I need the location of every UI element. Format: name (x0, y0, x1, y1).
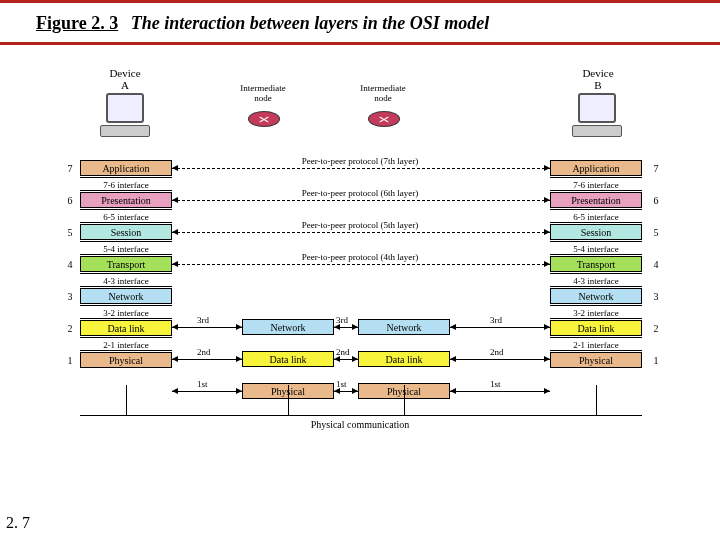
layer-number: 1 (650, 355, 662, 366)
layer-number: 7 (650, 163, 662, 174)
arrow-right-icon (352, 388, 358, 394)
interface-label: 7-6 interface (80, 177, 172, 191)
arrow-left-icon (172, 229, 178, 235)
layer-network: Network (550, 288, 642, 304)
hop-line (172, 359, 242, 360)
page-number: 2. 7 (6, 514, 30, 532)
layer-data-link: Data link (80, 320, 172, 336)
layer-transport: Transport (80, 256, 172, 272)
hop-label: 2nd (197, 347, 211, 357)
mid-rule (0, 42, 720, 45)
phys-vline (596, 385, 597, 415)
figure-title: The interaction between layers in the OS… (131, 13, 490, 33)
arrow-right-icon (544, 388, 550, 394)
arrow-left-icon (172, 165, 178, 171)
arrow-left-icon (172, 356, 178, 362)
router-icon (368, 111, 400, 127)
hop-line (172, 327, 242, 328)
layer-number: 3 (650, 291, 662, 302)
arrow-right-icon (544, 229, 550, 235)
arrow-right-icon (236, 356, 242, 362)
layer-application: Application (550, 160, 642, 176)
computer-a-icon (100, 93, 150, 137)
layer-number: 1 (64, 355, 76, 366)
column-device-a: Application7-6 interfacePresentation6-5 … (80, 160, 172, 369)
hop-label: 3rd (490, 315, 502, 325)
layer-physical: Physical (80, 352, 172, 368)
arrow-left-icon (172, 197, 178, 203)
peer-dashed-line (172, 232, 550, 233)
layer-physical: Physical (550, 352, 642, 368)
phys-vline (288, 385, 289, 415)
hop-line (450, 327, 550, 328)
arrow-right-icon (544, 261, 550, 267)
phys-vline (126, 385, 127, 415)
layer-data-link: Data link (550, 320, 642, 336)
computer-b-icon (572, 93, 622, 137)
arrow-left-icon (450, 388, 456, 394)
layer-transport: Transport (550, 256, 642, 272)
hop-label: 2nd (336, 347, 350, 357)
peer-protocol-label: Peer-to-peer protocol (7th layer) (240, 156, 480, 166)
layer-network: Network (80, 288, 172, 304)
interface-label: 5-4 interface (80, 241, 172, 255)
layer-number: 2 (650, 323, 662, 334)
layer-number: 4 (650, 259, 662, 270)
interface-label: 6-5 interface (550, 209, 642, 223)
interface-label: 5-4 interface (550, 241, 642, 255)
layer-number: 6 (64, 195, 76, 206)
column-device-b: Application7-6 interfacePresentation6-5 … (550, 160, 642, 369)
hop-line (450, 391, 550, 392)
arrow-right-icon (544, 197, 550, 203)
interface-label: 4-3 interface (550, 273, 642, 287)
phys-vline (404, 385, 405, 415)
device-b-label: Device B (563, 67, 633, 91)
layer-number: 4 (64, 259, 76, 270)
layer-presentation: Presentation (550, 192, 642, 208)
peer-protocol-label: Peer-to-peer protocol (6th layer) (240, 188, 480, 198)
peer-dashed-line (172, 264, 550, 265)
hop-label: 2nd (490, 347, 504, 357)
layer-session: Session (80, 224, 172, 240)
arrow-right-icon (236, 388, 242, 394)
hop-label: 1st (336, 379, 347, 389)
title-row: Figure 2. 3 The interaction between laye… (0, 3, 720, 42)
hop-label: 3rd (197, 315, 209, 325)
arrow-left-icon (450, 356, 456, 362)
node1-label: Intermediate node (228, 83, 298, 103)
peer-protocol-label: Peer-to-peer protocol (4th layer) (240, 252, 480, 262)
layer-data-link: Data link (242, 351, 334, 367)
interface-label: 6-5 interface (80, 209, 172, 223)
arrow-right-icon (236, 324, 242, 330)
arrow-right-icon (352, 356, 358, 362)
interface-label: 7-6 interface (550, 177, 642, 191)
hop-label: 1st (490, 379, 501, 389)
node2-label: Intermediate node (348, 83, 418, 103)
interface-label: 4-3 interface (80, 273, 172, 287)
figure-label: Figure 2. 3 (36, 13, 118, 33)
physical-comm-label: Physical communication (260, 419, 460, 430)
layer-number: 2 (64, 323, 76, 334)
peer-protocol-label: Peer-to-peer protocol (5th layer) (240, 220, 480, 230)
router-icon (248, 111, 280, 127)
interface-label: 2-1 interface (550, 337, 642, 351)
layer-number: 5 (64, 227, 76, 238)
layer-number: 7 (64, 163, 76, 174)
peer-dashed-line (172, 168, 550, 169)
hop-label: 3rd (336, 315, 348, 325)
hop-line (450, 359, 550, 360)
arrow-left-icon (172, 388, 178, 394)
layer-number: 6 (650, 195, 662, 206)
hop-label: 1st (197, 379, 208, 389)
interface-label: 3-2 interface (80, 305, 172, 319)
physical-comm-line (80, 415, 642, 416)
layer-network: Network (242, 319, 334, 335)
layer-session: Session (550, 224, 642, 240)
osi-diagram: Device A Device B Intermediate node Inte… (50, 75, 670, 495)
arrow-left-icon (172, 261, 178, 267)
layer-presentation: Presentation (80, 192, 172, 208)
peer-dashed-line (172, 200, 550, 201)
arrow-left-icon (172, 324, 178, 330)
layer-number: 5 (650, 227, 662, 238)
interface-label: 2-1 interface (80, 337, 172, 351)
